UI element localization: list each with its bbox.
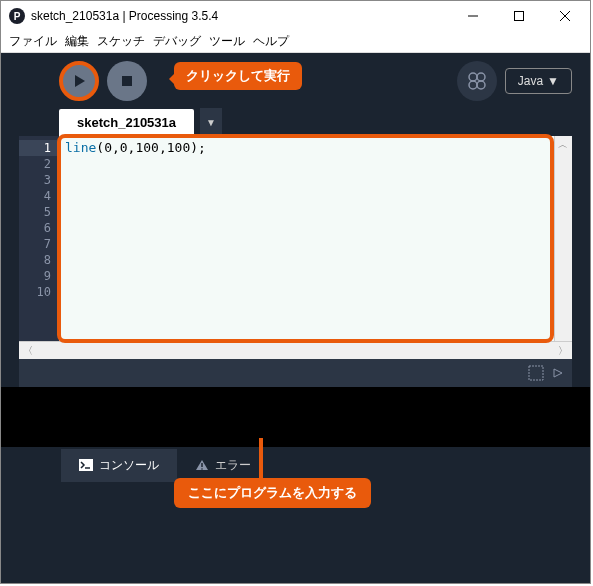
- svg-marker-11: [554, 369, 562, 377]
- line-number: 10: [19, 284, 59, 300]
- menu-sketch[interactable]: スケッチ: [97, 33, 145, 50]
- svg-point-8: [469, 81, 477, 89]
- svg-rect-10: [529, 366, 543, 380]
- code-text: (0,0,100,100);: [96, 140, 206, 155]
- toolbar: クリックして実行 Java ▼: [1, 53, 590, 108]
- console-tab-label: コンソール: [99, 457, 159, 474]
- minimize-button[interactable]: [450, 1, 496, 31]
- window-title: sketch_210531a | Processing 3.5.4: [31, 9, 450, 23]
- annotation-connector: [259, 438, 263, 478]
- line-number: 2: [19, 156, 59, 172]
- play-icon: [72, 74, 86, 88]
- status-bar: [19, 359, 572, 387]
- svg-point-9: [477, 81, 485, 89]
- code-area[interactable]: line(0,0,100,100);: [59, 136, 554, 341]
- scroll-left-icon: 〈: [23, 344, 33, 358]
- app-window: P sketch_210531a | Processing 3.5.4 ファイル…: [0, 0, 591, 584]
- errors-tab[interactable]: エラー: [177, 449, 269, 482]
- vertical-scrollbar[interactable]: ︿: [554, 136, 572, 341]
- debug-button[interactable]: [457, 61, 497, 101]
- mode-selector[interactable]: Java ▼: [505, 68, 572, 94]
- stop-icon: [121, 75, 133, 87]
- annotation-code: ここにプログラムを入力する: [174, 478, 371, 508]
- annotation-run: クリックして実行: [174, 62, 302, 90]
- line-number: 6: [19, 220, 59, 236]
- svg-point-6: [469, 73, 477, 81]
- editor-wrap: 1 2 3 4 5 6 7 8 9 10 line(0,0,100,100); …: [19, 136, 572, 341]
- grid-icon[interactable]: [528, 365, 544, 381]
- menu-edit[interactable]: 編集: [65, 33, 89, 50]
- line-number: 7: [19, 236, 59, 252]
- scroll-right-icon: 〉: [558, 344, 568, 358]
- sketch-tab[interactable]: sketch_210531a: [59, 109, 194, 136]
- maximize-button[interactable]: [496, 1, 542, 31]
- scroll-up-icon: ︿: [558, 138, 568, 152]
- menu-file[interactable]: ファイル: [9, 33, 57, 50]
- mode-label: Java: [518, 74, 543, 88]
- svg-rect-1: [515, 12, 524, 21]
- svg-rect-5: [122, 76, 132, 86]
- titlebar[interactable]: P sketch_210531a | Processing 3.5.4: [1, 1, 590, 31]
- line-number: 3: [19, 172, 59, 188]
- errors-tab-label: エラー: [215, 457, 251, 474]
- menubar: ファイル 編集 スケッチ デバッグ ツール ヘルプ: [1, 31, 590, 53]
- line-number: 1: [19, 140, 59, 156]
- chevron-down-icon: ▼: [547, 74, 559, 88]
- svg-point-7: [477, 73, 485, 81]
- console-icon: [79, 459, 93, 471]
- close-icon: [560, 11, 570, 21]
- line-gutter: 1 2 3 4 5 6 7 8 9 10: [19, 136, 59, 341]
- warning-icon: [195, 459, 209, 471]
- line-number: 9: [19, 268, 59, 284]
- code-editor[interactable]: 1 2 3 4 5 6 7 8 9 10 line(0,0,100,100); …: [19, 136, 572, 341]
- horizontal-scrollbar[interactable]: 〈 〉: [19, 341, 572, 359]
- main-area: クリックして実行 Java ▼ sketch_210531a ▼: [1, 53, 590, 583]
- console-tab[interactable]: コンソール: [61, 449, 177, 482]
- line-number: 5: [19, 204, 59, 220]
- butterfly-icon: [467, 71, 487, 91]
- app-icon: P: [9, 8, 25, 24]
- menu-tools[interactable]: ツール: [209, 33, 245, 50]
- svg-rect-12: [79, 459, 93, 471]
- stop-button[interactable]: [107, 61, 147, 101]
- menu-help[interactable]: ヘルプ: [253, 33, 289, 50]
- line-number: 8: [19, 252, 59, 268]
- menu-debug[interactable]: デバッグ: [153, 33, 201, 50]
- collapse-icon[interactable]: [552, 367, 564, 379]
- svg-point-16: [201, 468, 203, 470]
- output-area: [1, 387, 590, 447]
- tab-bar: sketch_210531a ▼: [1, 108, 590, 136]
- code-keyword: line: [65, 140, 96, 155]
- tab-dropdown[interactable]: ▼: [200, 108, 222, 136]
- close-button[interactable]: [542, 1, 588, 31]
- run-button[interactable]: [59, 61, 99, 101]
- minimize-icon: [468, 11, 478, 21]
- line-number: 4: [19, 188, 59, 204]
- maximize-icon: [514, 11, 524, 21]
- svg-marker-4: [75, 75, 85, 87]
